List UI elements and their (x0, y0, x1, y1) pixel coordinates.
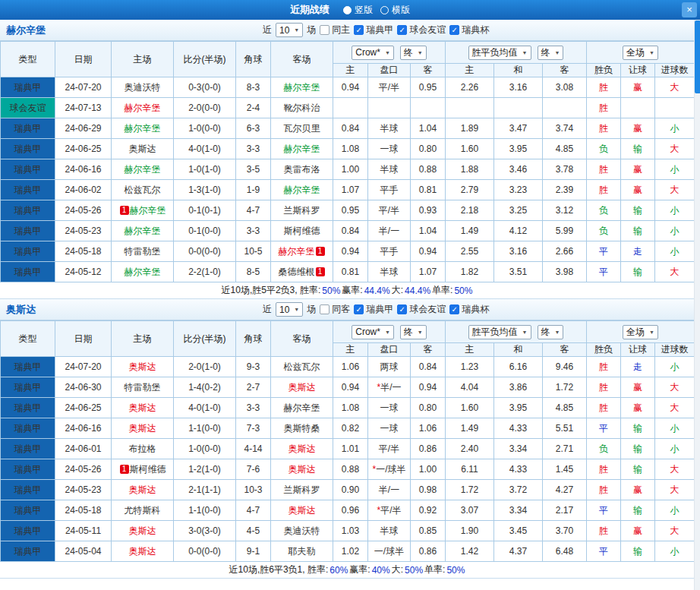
chevron-down-icon: ▼ (649, 330, 654, 335)
league-checkbox-checked[interactable]: ✓ (397, 25, 407, 35)
euro-home-odds: 4.04 (446, 377, 494, 398)
team-link[interactable]: 赫尔辛堡 (284, 185, 320, 195)
team-link[interactable]: 奥斯达 (129, 144, 156, 154)
same-venue-checkbox[interactable] (320, 304, 330, 314)
goals-result-cell: 大 (655, 398, 695, 418)
result-cell: 胜 (587, 377, 621, 398)
team-link[interactable]: 奥斯达 (129, 546, 156, 557)
league-filter-0[interactable]: ✓瑞典甲 (354, 303, 393, 316)
league-cell: 瑞典甲 (1, 377, 55, 398)
team-link[interactable]: 斯柯维德 (284, 226, 320, 236)
team-link[interactable]: 赫尔辛堡 (279, 246, 315, 257)
fullmatch-select[interactable]: 全场▼ (623, 46, 658, 60)
league-filter-2[interactable]: ✓瑞典杯 (449, 24, 489, 36)
team-link[interactable]: 赫尔辛堡 (125, 123, 161, 134)
result-cell: 胜 (587, 459, 621, 480)
team-link[interactable]: 尤特斯科 (125, 505, 161, 516)
league-checkbox-checked[interactable]: ✓ (354, 25, 364, 35)
fullmatch-select[interactable]: 全场▼ (623, 325, 658, 339)
team-link[interactable]: 奥斯达 (129, 423, 156, 434)
euro-odds-controls: 胜平负均值▼终▼ (446, 321, 587, 343)
team-link[interactable]: 奥雷布洛 (284, 164, 320, 175)
team-link[interactable]: 松兹瓦尔 (284, 361, 320, 372)
euro-home-odds: 1.42 (446, 541, 494, 562)
same-venue-filter[interactable]: 同客 (320, 303, 350, 316)
team-link[interactable]: 奥斯达 (129, 525, 156, 536)
team-link[interactable]: 奥斯达 (129, 402, 156, 413)
euro-home-odds: 1.90 (446, 521, 494, 541)
red-card-badge: 1 (120, 465, 129, 474)
league-filter-1[interactable]: ✓球会友谊 (397, 303, 446, 316)
final-odds-select-2[interactable]: 终▼ (538, 325, 564, 339)
team-link[interactable]: 兰斯科罗 (284, 205, 320, 216)
wdl-average-select[interactable]: 胜平负均值▼ (468, 46, 531, 60)
euro-away-odds: 3.74 (543, 118, 587, 139)
team-link[interactable]: 瓦尔贝里 (284, 123, 320, 134)
layout-vertical-radio[interactable]: 竖版 (343, 4, 373, 17)
team-link[interactable]: 特雷勒堡 (125, 246, 161, 257)
team-link[interactable]: 赫尔辛堡 (284, 82, 320, 93)
team-link[interactable]: 奥斯达 (129, 484, 156, 495)
same-venue-checkbox[interactable] (320, 25, 330, 35)
team-link[interactable]: 赫尔辛堡 (284, 144, 320, 154)
scrollbar-thumb[interactable] (695, 21, 700, 93)
asia-home-odds: 0.82 (333, 418, 368, 439)
team-link[interactable]: 赫尔辛堡 (125, 103, 161, 113)
team-link[interactable]: 兰斯科罗 (284, 484, 320, 495)
euro-draw-odds: 3.16 (494, 241, 543, 262)
match-count-select[interactable]: 10▼ (276, 23, 303, 37)
team-name[interactable]: 赫尔辛堡 (6, 24, 46, 37)
col-score: 比分(半场) (174, 42, 236, 77)
asia-home-odds: 1.08 (333, 398, 368, 418)
summary-part: 赢率: (342, 284, 362, 297)
team-link[interactable]: 赫尔辛堡 (125, 267, 161, 277)
score-cell: 0-3(0-0) (174, 77, 236, 98)
home-team-cell: 赫尔辛堡 (112, 118, 174, 139)
final-odds-select-2[interactable]: 终▼ (538, 46, 564, 60)
league-cell: 瑞典甲 (1, 118, 55, 139)
layout-horizontal-radio[interactable]: 横版 (380, 4, 410, 17)
away-team-cell: 赫尔辛堡 (271, 139, 333, 159)
close-icon[interactable]: × (682, 2, 697, 17)
team-link[interactable]: 桑德维根 (279, 267, 315, 277)
league-filter-0[interactable]: ✓瑞典甲 (354, 24, 393, 36)
team-link[interactable]: 奥斯达 (289, 505, 316, 516)
home-team-cell: 奥斯达 (112, 480, 174, 500)
col-euro-away: 客 (543, 64, 587, 77)
scrollbar[interactable] (694, 20, 700, 590)
team-link[interactable]: 奥迪沃特 (125, 82, 161, 93)
league-checkbox-checked[interactable]: ✓ (449, 25, 459, 35)
team-name[interactable]: 奥斯达 (6, 303, 36, 317)
bookmaker-select[interactable]: Crow*▼ (352, 46, 394, 60)
team-link[interactable]: 奥斯达 (289, 464, 316, 475)
euro-draw-odds: 3.34 (494, 500, 543, 521)
team-link[interactable]: 奥斯达 (289, 382, 316, 393)
league-checkbox-checked[interactable]: ✓ (354, 304, 364, 314)
match-count-select[interactable]: 10▼ (276, 302, 303, 317)
final-odds-select[interactable]: 终▼ (400, 325, 427, 339)
wdl-average-select[interactable]: 胜平负均值▼ (468, 325, 531, 339)
team-link[interactable]: 赫尔辛堡 (125, 226, 161, 236)
corner-cell: 10-5 (236, 241, 271, 262)
team-link[interactable]: 特雷勒堡 (125, 382, 161, 393)
team-link[interactable]: 耶夫勒 (289, 546, 316, 557)
team-link[interactable]: 靴尔科治 (284, 103, 320, 113)
team-link[interactable]: 斯柯维德 (130, 464, 166, 475)
bookmaker-select[interactable]: Crow*▼ (352, 325, 394, 339)
league-filter-1[interactable]: ✓球会友谊 (397, 24, 446, 36)
team-link[interactable]: 奥斯特桑 (284, 423, 320, 434)
league-checkbox-checked[interactable]: ✓ (397, 304, 407, 314)
team-link[interactable]: 赫尔辛堡 (130, 205, 166, 216)
team-link[interactable]: 奥迪沃特 (284, 525, 320, 536)
corner-cell: 3-3 (236, 139, 271, 159)
league-filter-2[interactable]: ✓瑞典杯 (449, 303, 489, 316)
team-link[interactable]: 布拉格 (129, 443, 156, 454)
team-link[interactable]: 奥斯达 (289, 443, 316, 454)
final-odds-select[interactable]: 终▼ (400, 46, 427, 60)
team-link[interactable]: 赫尔辛堡 (284, 402, 320, 413)
team-link[interactable]: 奥斯达 (129, 361, 156, 372)
league-checkbox-checked[interactable]: ✓ (449, 304, 459, 314)
team-link[interactable]: 赫尔辛堡 (125, 164, 161, 175)
team-link[interactable]: 松兹瓦尔 (125, 185, 161, 195)
same-venue-filter[interactable]: 同主 (320, 24, 350, 36)
